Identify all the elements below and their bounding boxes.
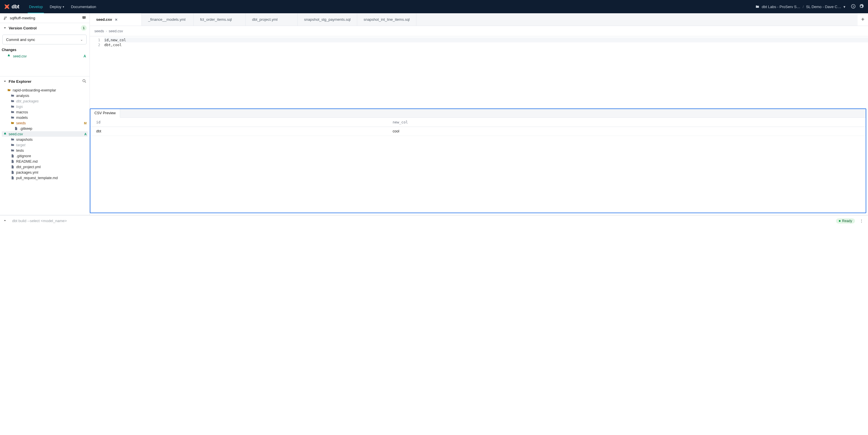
search-icon[interactable]: [82, 79, 87, 84]
file-icon: [10, 165, 14, 169]
folder-icon: [10, 110, 14, 114]
tab-label: fct_order_items.sql: [200, 17, 232, 22]
expand-icon[interactable]: [3, 219, 7, 223]
tree-item-label: analysis: [16, 94, 29, 98]
tree-item[interactable]: README.md: [0, 159, 90, 164]
nav-deploy[interactable]: Deploy▾: [46, 0, 67, 13]
status-ready-pill: Ready: [836, 219, 855, 224]
file-icon: [14, 127, 18, 130]
tree-item[interactable]: .gitkeep: [0, 126, 90, 131]
table-cell: cool: [387, 127, 866, 136]
chevron-down-icon: [3, 79, 7, 83]
line-gutter: 12: [90, 37, 104, 108]
editor-tab[interactable]: dbt_project.yml: [246, 13, 298, 26]
branch-row[interactable]: sqlfluff-meeting: [0, 13, 90, 23]
tree-item[interactable]: target: [0, 142, 90, 148]
editor-tab[interactable]: seed.csv×: [90, 13, 142, 26]
path-separator: /: [803, 5, 804, 9]
command-bar: dbt build --select <model_name> Ready ⋮: [0, 215, 868, 226]
tree-item[interactable]: seed.csvA: [2, 131, 88, 137]
file-icon: [10, 154, 14, 158]
nav-documentation[interactable]: Documentation: [68, 0, 100, 13]
top-nav: dbt Develop Deploy▾ Documentation dbt La…: [0, 0, 868, 13]
tree-item-label: tests: [16, 148, 24, 153]
svg-text:?: ?: [852, 5, 854, 8]
close-icon[interactable]: ×: [115, 17, 118, 22]
tree-item-label: .gitignore: [16, 154, 31, 158]
changes-label: Changes: [0, 47, 90, 53]
csv-preview-table: idnew_col dbtcool: [90, 118, 866, 136]
tree-item-label: .gitkeep: [20, 127, 32, 131]
tree-item-label: seeds: [16, 121, 26, 125]
code-editor[interactable]: 12 id,new_coldbt,cool: [90, 36, 868, 108]
folder-icon: [10, 105, 14, 108]
folder-icon: [10, 116, 14, 120]
dbt-logo-icon: [4, 4, 10, 9]
chevron-down-icon: [3, 26, 7, 30]
tree-item[interactable]: analysis: [0, 93, 90, 98]
tree-item-label: packages.yml: [16, 170, 38, 174]
tree-item[interactable]: models: [0, 115, 90, 120]
nav-develop[interactable]: Develop: [25, 0, 46, 13]
tree-item[interactable]: logs: [0, 104, 90, 109]
chevron-down-icon: ▾: [63, 5, 64, 8]
tree-item[interactable]: seedsM: [0, 120, 90, 126]
code-content[interactable]: id,new_coldbt,cool: [104, 37, 868, 108]
tree-item[interactable]: tests: [0, 148, 90, 153]
more-icon[interactable]: ⋮: [858, 219, 865, 223]
gear-icon[interactable]: [859, 4, 864, 10]
tree-item-label: README.md: [16, 160, 37, 164]
main-area: seed.csv×_finance__models.ymlfct_order_i…: [90, 13, 868, 215]
seed-icon: [3, 132, 7, 136]
dbt-logo[interactable]: dbt: [4, 4, 19, 10]
tree-item-label: logs: [16, 105, 23, 109]
version-control-header[interactable]: Version Control 1: [0, 23, 90, 33]
tree-item[interactable]: rapid-onboarding-exemplar: [0, 88, 90, 93]
dbt-logo-text: dbt: [11, 4, 19, 10]
tree-item[interactable]: dbt_project.yml: [0, 164, 90, 170]
table-header: new_col: [387, 118, 866, 127]
breadcrumb-parent[interactable]: seeds: [94, 29, 104, 33]
add-tab-button[interactable]: +: [858, 13, 868, 26]
tab-label: dbt_project.yml: [252, 17, 278, 22]
tab-label: snapshot_stg_payments.sql: [304, 17, 350, 22]
editor-tab[interactable]: snapshot_int_line_items.sql: [357, 13, 416, 26]
editor-tab[interactable]: snapshot_stg_payments.sql: [298, 13, 357, 26]
tree-item[interactable]: macros: [0, 109, 90, 115]
file-explorer-header[interactable]: File Explorer: [0, 76, 90, 86]
folder-icon: [10, 138, 14, 141]
chevron-down-icon: ▾: [843, 5, 845, 9]
tab-label: seed.csv: [96, 17, 112, 22]
git-branch-icon: [3, 16, 7, 20]
tree-item[interactable]: dbt_packages: [0, 98, 90, 104]
seed-icon: [7, 54, 11, 59]
folder-open-icon: [10, 121, 14, 125]
status-badge: A: [84, 54, 86, 58]
org-path[interactable]: dbt Labs - ProServ S… / SL Demo - Dave C…: [755, 5, 845, 9]
file-icon: [10, 160, 14, 163]
version-control-title: Version Control: [9, 26, 37, 30]
chevron-down-icon: ⌄: [80, 38, 83, 41]
editor-tab[interactable]: _finance__models.yml: [142, 13, 194, 26]
status-ready-label: Ready: [842, 219, 852, 223]
tree-item[interactable]: packages.yml: [0, 170, 90, 175]
file-tree: rapid-onboarding-exemplaranalysisdbt_pac…: [0, 86, 90, 215]
command-input[interactable]: dbt build --select <model_name>: [10, 219, 833, 223]
help-icon[interactable]: ?: [851, 4, 856, 10]
table-header: id: [90, 118, 387, 127]
version-control-section: Version Control 1 Commit and sync ⌄ Chan…: [0, 23, 90, 76]
branch-name: sqlfluff-meeting: [10, 16, 35, 20]
editor-tab[interactable]: fct_order_items.sql: [194, 13, 246, 26]
status-badge: M: [84, 122, 87, 125]
csv-preview-tab[interactable]: CSV Preview: [90, 109, 120, 118]
change-file-name: seed.csv: [13, 54, 27, 58]
docs-icon[interactable]: [82, 15, 86, 21]
tree-item[interactable]: pull_request_template.md: [0, 175, 90, 180]
tree-item[interactable]: .gitignore: [0, 153, 90, 159]
change-item[interactable]: seed.csvA: [0, 53, 90, 59]
folder-icon: [755, 5, 760, 9]
commit-sync-button[interactable]: Commit and sync ⌄: [2, 35, 87, 44]
project-name: SL Demo - Dave C…: [806, 5, 841, 9]
tree-item[interactable]: snapshots: [0, 137, 90, 142]
tab-label: snapshot_int_line_items.sql: [364, 17, 410, 22]
